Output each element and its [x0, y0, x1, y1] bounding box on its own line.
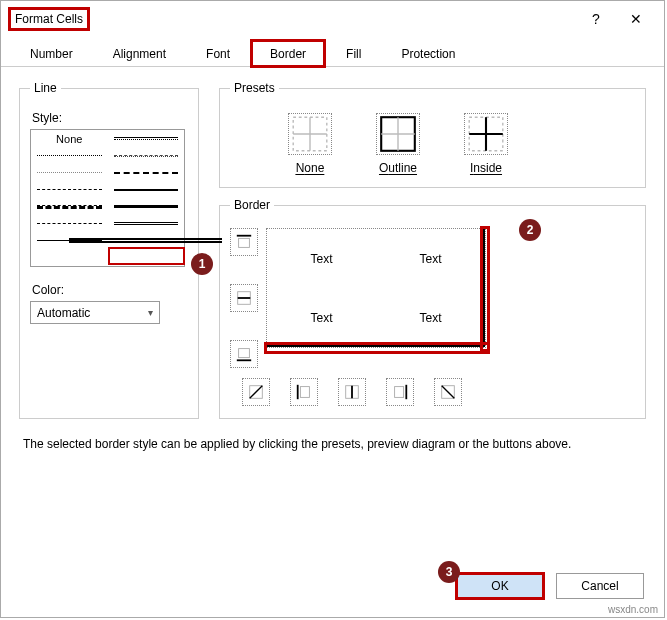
tab-strip: Number Alignment Font Border Fill Protec…	[1, 37, 664, 67]
presets-group: Presets None Outline	[219, 81, 646, 188]
style-label: Style:	[32, 111, 188, 125]
preset-inside-icon	[464, 113, 508, 155]
line-legend: Line	[30, 81, 61, 95]
ok-button[interactable]: OK	[456, 573, 544, 599]
line-style-option[interactable]	[108, 181, 185, 198]
line-style-option[interactable]	[108, 215, 185, 232]
line-style-option[interactable]	[31, 215, 108, 232]
tab-protection[interactable]: Protection	[382, 40, 474, 67]
selected-style-highlight	[110, 249, 183, 263]
preview-cell: Text	[376, 229, 485, 288]
help-button[interactable]: ?	[576, 4, 616, 34]
tab-number[interactable]: Number	[11, 40, 92, 67]
preset-outline-icon	[376, 113, 420, 155]
close-button[interactable]: ✕	[616, 4, 656, 34]
line-style-option[interactable]	[108, 164, 185, 181]
line-style-none[interactable]: None	[56, 133, 82, 145]
callout-1: 1	[191, 253, 213, 275]
border-group: Border Text Text Text Text	[219, 198, 646, 419]
border-right-button[interactable]	[386, 378, 414, 406]
watermark: wsxdn.com	[608, 604, 658, 615]
line-style-option[interactable]	[108, 147, 185, 164]
svg-rect-10	[239, 238, 250, 247]
svg-line-16	[250, 386, 263, 399]
border-top-button[interactable]	[230, 228, 258, 256]
preset-none-icon	[288, 113, 332, 155]
svg-line-24	[442, 386, 455, 399]
tab-font[interactable]: Font	[187, 40, 249, 67]
line-style-option[interactable]	[108, 198, 185, 215]
border-middle-v-button[interactable]	[338, 378, 366, 406]
callout-3: 3	[438, 561, 460, 583]
callout-2: 2	[519, 219, 541, 241]
preview-cell: Text	[267, 229, 376, 288]
preset-none[interactable]: None	[280, 113, 340, 175]
preview-cell: Text	[376, 288, 485, 347]
line-style-option[interactable]	[31, 147, 108, 164]
tab-fill[interactable]: Fill	[327, 40, 380, 67]
svg-rect-13	[239, 349, 250, 358]
preset-inside-label: Inside	[470, 161, 502, 175]
svg-rect-18	[300, 387, 309, 398]
annotation-box	[480, 226, 490, 352]
preset-inside[interactable]: Inside	[456, 113, 516, 175]
border-diag-down-button[interactable]	[434, 378, 462, 406]
line-style-option[interactable]	[108, 130, 185, 147]
preview-cell: Text	[267, 288, 376, 347]
dialog-title: Format Cells	[9, 8, 89, 30]
annotation-box	[264, 342, 490, 354]
presets-legend: Presets	[230, 81, 279, 95]
preset-none-label: None	[296, 161, 325, 175]
border-diag-up-button[interactable]	[242, 378, 270, 406]
color-combo[interactable]: Automatic ▾	[30, 301, 160, 324]
border-preview[interactable]: Text Text Text Text	[266, 228, 486, 348]
color-value: Automatic	[37, 306, 90, 320]
description-text: The selected border style can be applied…	[23, 437, 642, 451]
line-group: Line Style: None	[19, 81, 199, 419]
cancel-button[interactable]: Cancel	[556, 573, 644, 599]
preset-outline[interactable]: Outline	[368, 113, 428, 175]
border-left-button[interactable]	[290, 378, 318, 406]
border-middle-h-button[interactable]	[230, 284, 258, 312]
border-legend: Border	[230, 198, 274, 212]
tab-alignment[interactable]: Alignment	[94, 40, 185, 67]
svg-rect-21	[395, 387, 404, 398]
line-style-option[interactable]	[31, 198, 108, 215]
tab-border[interactable]: Border	[251, 40, 325, 67]
line-style-option[interactable]	[31, 164, 108, 181]
line-style-option-selected[interactable]	[108, 232, 185, 249]
border-bottom-button[interactable]	[230, 340, 258, 368]
line-style-list[interactable]: None	[30, 129, 185, 267]
chevron-down-icon: ▾	[148, 307, 153, 318]
line-style-option[interactable]	[31, 181, 108, 198]
preset-outline-label: Outline	[379, 161, 417, 175]
color-label: Color:	[32, 283, 188, 297]
